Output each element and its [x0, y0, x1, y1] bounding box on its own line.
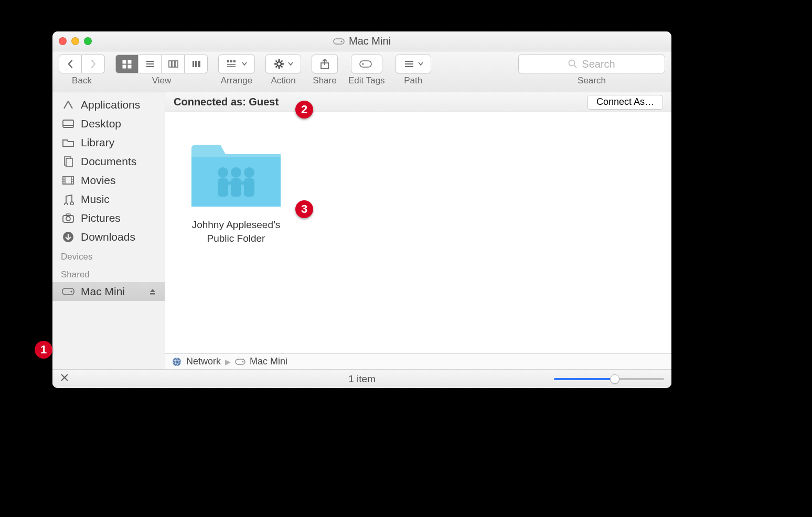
path-icon	[403, 59, 415, 69]
svg-marker-56	[150, 289, 155, 292]
sidebar-item-desktop[interactable]: Desktop	[52, 114, 165, 133]
public-folder-item[interactable]: Johhny Appleseed’s Public Folder	[181, 133, 291, 245]
path-group: Path	[396, 55, 431, 86]
svg-rect-64	[226, 181, 247, 185]
back-forward-group: Back	[59, 55, 105, 86]
svg-point-1	[340, 40, 342, 42]
columns-icon	[168, 59, 178, 69]
share-label: Share	[313, 76, 336, 86]
action-label: Action	[271, 76, 295, 86]
status-action-icon[interactable]	[60, 373, 69, 385]
sidebar-item-movies[interactable]: Movies	[52, 171, 165, 190]
svg-rect-31	[360, 61, 371, 67]
server-icon	[333, 38, 345, 45]
sidebar-item-documents[interactable]: Documents	[52, 152, 165, 171]
arrange-group: Arrange	[218, 55, 255, 86]
search-icon	[568, 59, 578, 69]
sidebar: Applications Desktop Library Documents M…	[52, 92, 165, 369]
svg-rect-3	[128, 60, 131, 63]
path-label: Path	[404, 76, 422, 86]
applications-icon	[61, 99, 76, 111]
svg-rect-51	[66, 214, 70, 216]
action-group: Action	[265, 55, 301, 86]
sidebar-item-library[interactable]: Library	[52, 133, 165, 152]
svg-rect-4	[123, 65, 126, 68]
list-view-button[interactable]	[138, 55, 162, 73]
sidebar-label: Documents	[81, 155, 136, 168]
icon-size-slider[interactable]	[554, 374, 664, 384]
server-icon	[235, 359, 245, 365]
list-icon	[145, 59, 155, 69]
svg-line-27	[281, 61, 282, 62]
coverflow-icon	[191, 59, 201, 69]
path-separator-icon: ▶	[225, 358, 231, 366]
chevron-right-icon	[90, 59, 97, 69]
svg-rect-15	[227, 60, 229, 62]
path-root[interactable]: Network	[186, 356, 221, 367]
window-title-text: Mac Mini	[349, 35, 391, 47]
status-bar: 1 item	[52, 369, 671, 388]
window-title: Mac Mini	[52, 35, 671, 47]
item-count: 1 item	[348, 373, 376, 385]
svg-line-26	[281, 66, 282, 67]
sidebar-label: Applications	[81, 99, 140, 111]
svg-rect-17	[233, 60, 236, 62]
main-pane: Connected as: Guest Connect As…	[165, 92, 671, 369]
svg-point-36	[569, 60, 575, 66]
svg-point-68	[242, 361, 244, 362]
zoom-window-button[interactable]	[84, 37, 92, 45]
sidebar-item-mac-mini[interactable]: Mac Mini	[52, 282, 165, 301]
sidebar-label: Downloads	[81, 231, 135, 243]
svg-rect-54	[62, 288, 74, 295]
search-group: Search Search	[518, 55, 665, 86]
action-button[interactable]	[265, 55, 301, 73]
eject-icon[interactable]	[149, 285, 156, 298]
edit-tags-button[interactable]	[351, 55, 382, 73]
close-window-button[interactable]	[59, 37, 67, 45]
sidebar-label: Mac Mini	[81, 285, 125, 298]
svg-rect-59	[218, 178, 228, 197]
search-placeholder: Search	[582, 58, 615, 70]
window-controls	[59, 37, 92, 45]
network-icon	[172, 357, 182, 367]
svg-line-37	[574, 66, 577, 68]
share-button[interactable]	[312, 55, 338, 73]
svg-line-25	[276, 61, 277, 62]
svg-point-60	[231, 167, 241, 178]
toolbar: Back View	[52, 51, 671, 92]
minimize-window-button[interactable]	[71, 37, 79, 45]
path-leaf[interactable]: Mac Mini	[250, 356, 287, 367]
svg-line-28	[276, 66, 277, 67]
svg-point-50	[66, 217, 70, 221]
search-input[interactable]: Search	[518, 55, 665, 73]
path-button[interactable]	[396, 55, 431, 73]
sidebar-item-pictures[interactable]: Pictures	[52, 209, 165, 228]
svg-rect-38	[63, 120, 73, 127]
connection-status: Connected as: Guest	[174, 96, 279, 108]
svg-rect-5	[128, 65, 131, 68]
content-area[interactable]: Johhny Appleseed’s Public Folder	[165, 112, 671, 353]
sidebar-label: Music	[81, 193, 110, 206]
sidebar-item-downloads[interactable]: Downloads	[52, 228, 165, 246]
window-body: Applications Desktop Library Documents M…	[52, 92, 671, 369]
music-icon	[61, 193, 76, 205]
sidebar-item-applications[interactable]: Applications	[52, 95, 165, 114]
shared-folder-icon	[186, 133, 286, 212]
chevron-down-icon	[288, 62, 293, 66]
icon-view-button[interactable]	[115, 55, 138, 73]
chevron-left-icon	[67, 59, 74, 69]
chevron-down-icon	[242, 62, 247, 66]
sidebar-label: Movies	[81, 174, 116, 187]
view-label: View	[152, 76, 172, 86]
arrange-button[interactable]	[218, 55, 255, 73]
sidebar-item-music[interactable]: Music	[52, 190, 165, 209]
connect-as-button[interactable]: Connect As…	[587, 95, 663, 110]
column-view-button[interactable]	[162, 55, 185, 73]
coverflow-view-button[interactable]	[185, 55, 208, 73]
folder-name: Johhny Appleseed’s Public Folder	[181, 218, 291, 245]
back-button[interactable]	[59, 55, 82, 73]
svg-rect-16	[230, 60, 232, 62]
svg-point-20	[277, 62, 281, 66]
connection-bar: Connected as: Guest Connect As…	[165, 92, 671, 112]
forward-button[interactable]	[82, 55, 105, 73]
